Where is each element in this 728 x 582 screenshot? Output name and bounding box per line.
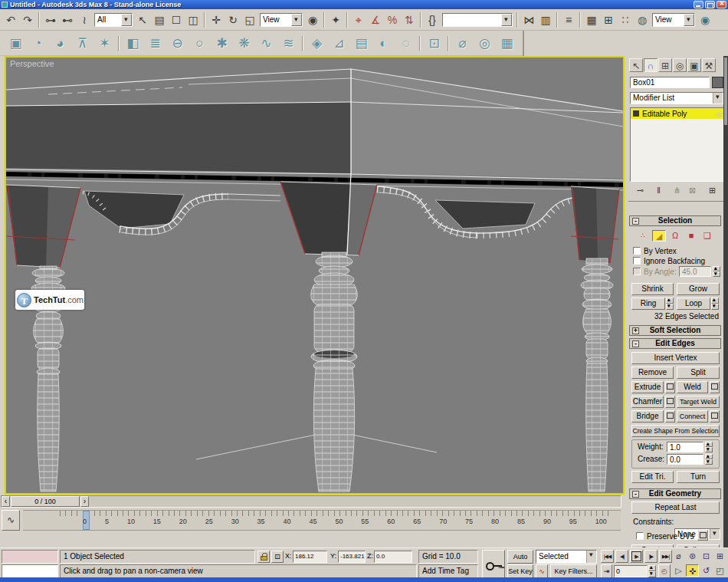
reference-coordinate-dropdown[interactable]: View (260, 13, 303, 27)
maxscript-listener-macro[interactable] (2, 550, 58, 564)
loop-spinner[interactable] (711, 298, 719, 310)
chamfer-settings-button[interactable] (665, 396, 675, 408)
shell-icon[interactable]: ◔ (27, 34, 49, 54)
weight-spinner[interactable] (705, 442, 713, 452)
snap-toggle-3d-icon[interactable]: ⌖ (350, 12, 367, 28)
capsule-icon[interactable]: ⊖ (166, 34, 189, 54)
create-shape-button[interactable]: Create Shape From Selection (631, 425, 720, 437)
align-icon[interactable]: ▥ (537, 12, 554, 28)
maxscript-listener-input[interactable] (2, 564, 58, 578)
window-icon[interactable]: ⊡ (423, 34, 445, 54)
weld-settings-button[interactable] (710, 381, 720, 393)
minimize-button[interactable] (694, 1, 703, 8)
select-and-manipulate-icon[interactable]: ✦ (327, 12, 344, 28)
crease-spinner[interactable] (705, 454, 713, 465)
material-editor-icon[interactable]: ∷ (617, 12, 634, 28)
show-end-result-icon[interactable]: ‖ (651, 185, 666, 197)
time-slider-handle[interactable]: 0 / 100 (11, 496, 80, 507)
set-key-button[interactable]: Set Key (507, 564, 533, 578)
spindle-icon[interactable]: ⊼ (71, 34, 93, 54)
connect-button[interactable]: Connect (677, 410, 708, 423)
turn-button[interactable]: Turn (677, 471, 720, 483)
edit-geometry-rollout-header[interactable]: - Edit Geometry (629, 488, 721, 499)
selection-filter-dropdown[interactable]: All (94, 13, 133, 27)
loop-button[interactable]: Loop (677, 298, 710, 310)
soft-selection-rollout-header[interactable]: + Soft Selection (629, 325, 721, 336)
tab-modify[interactable]: ∩ (644, 58, 657, 72)
bridge-button[interactable]: Bridge (631, 410, 664, 423)
selection-rollout-header[interactable]: - Selection (629, 215, 721, 226)
edit-edges-rollout-header[interactable]: - Edit Edges (629, 338, 721, 349)
unlink-selection-icon[interactable]: ⊷ (59, 12, 76, 28)
chevron-down-icon[interactable] (501, 14, 512, 26)
zoom-all-icon[interactable]: ⊛ (686, 550, 699, 562)
ring-button[interactable]: Ring (631, 298, 665, 310)
by-angle-field[interactable]: 45.0 (679, 266, 711, 277)
previous-frame-arrow[interactable]: ‹ (2, 496, 10, 507)
chevron-down-icon[interactable] (586, 551, 596, 563)
viewport-label[interactable]: Perspective (10, 59, 54, 68)
magnifier-green-icon[interactable]: ⌀ (451, 34, 474, 54)
preserve-uvs-settings-button[interactable] (697, 530, 708, 541)
select-and-rotate-icon[interactable]: ↻ (225, 12, 241, 28)
select-and-scale-icon[interactable]: ◱ (241, 12, 258, 28)
rect-selection-region-icon[interactable]: ☐ (168, 12, 185, 28)
connect-settings-button[interactable] (710, 410, 720, 423)
chevron-down-icon[interactable] (713, 93, 723, 104)
split-button[interactable]: Split (677, 367, 720, 379)
sphere-swirl-icon[interactable]: ◕ (49, 34, 71, 54)
zoom-icon[interactable]: ⌀ (672, 550, 685, 562)
window-crossing-icon[interactable]: ◫ (185, 12, 202, 28)
auto-key-button[interactable]: Auto Key (507, 550, 533, 564)
by-angle-checkbox[interactable] (633, 268, 641, 275)
remove-modifier-icon[interactable]: ⊠ (685, 185, 700, 197)
chevron-down-icon[interactable] (684, 14, 694, 26)
tab-display[interactable]: ▣ (687, 58, 701, 72)
tab-hierarchy[interactable]: ⊞ (658, 58, 672, 72)
chamfer-button[interactable]: Chamfer (631, 396, 664, 408)
globe-faded-icon[interactable]: ◌ (395, 34, 417, 54)
weld-button[interactable]: Weld (677, 381, 708, 393)
mini-curve-editor-button[interactable]: ∿ (2, 510, 20, 531)
link-nodes-icon[interactable]: ◐ (372, 34, 395, 54)
arc-rotate-icon[interactable]: ↺ (700, 564, 713, 577)
tab-create[interactable]: ↖ (629, 58, 643, 72)
shrink-button[interactable]: Shrink (631, 283, 674, 295)
edit-tri-button[interactable]: Edit Tri. (631, 471, 674, 483)
extrude-button[interactable]: Extrude (631, 381, 664, 393)
key-filters-button[interactable]: Key Filters... (550, 564, 597, 578)
z-coordinate-field[interactable]: 0.0 (374, 551, 412, 563)
edge-subobject-icon[interactable]: ◢ (652, 230, 666, 242)
named-selection-dropdown[interactable] (442, 13, 513, 27)
flower-icon[interactable]: ❋ (233, 34, 255, 54)
track-bar[interactable]: 0510152025303540455055606570758085909510… (23, 510, 621, 531)
door-panel-icon[interactable]: ▤ (350, 34, 372, 54)
selection-lock-toggle[interactable] (257, 551, 270, 563)
zoom-extents-icon[interactable]: ⊡ (700, 550, 713, 562)
ring-spinner[interactable] (666, 298, 674, 310)
percent-snap-icon[interactable]: % (384, 12, 401, 28)
y-coordinate-field[interactable]: -163.821 (338, 551, 366, 563)
polygon-subobject-icon[interactable]: ■ (684, 230, 698, 242)
chevron-down-icon[interactable] (121, 14, 132, 26)
object-name-field[interactable]: Box01 (630, 77, 710, 88)
render-scene-icon[interactable]: ◍ (634, 12, 651, 28)
box-stack-icon[interactable]: ▣ (5, 34, 27, 54)
chevron-down-icon[interactable] (710, 529, 720, 539)
expand-icon[interactable]: + (632, 327, 639, 334)
chevron-down-icon[interactable] (291, 14, 302, 26)
extrude-settings-button[interactable] (665, 381, 675, 393)
swoosh-icon[interactable]: ∿ (255, 34, 277, 54)
frame-spinner[interactable] (648, 565, 656, 577)
perspective-viewport[interactable]: Perspective T TechTut .com (5, 56, 625, 495)
restore-button[interactable] (705, 1, 715, 8)
field-of-view-icon[interactable]: ▷ (672, 564, 685, 577)
tab-utilities[interactable]: ⚒ (702, 58, 716, 72)
collapse-icon[interactable]: - (632, 218, 639, 225)
configure-modifier-sets-icon[interactable]: ⊞ (705, 185, 720, 197)
preserve-uvs-checkbox[interactable] (636, 532, 644, 540)
wave-icon[interactable]: ≋ (277, 34, 300, 54)
absolute-offset-toggle[interactable]: ⊡ (271, 551, 284, 563)
select-and-move-icon[interactable]: ✛ (208, 12, 225, 28)
previous-frame-icon[interactable]: ◀| (615, 550, 628, 563)
